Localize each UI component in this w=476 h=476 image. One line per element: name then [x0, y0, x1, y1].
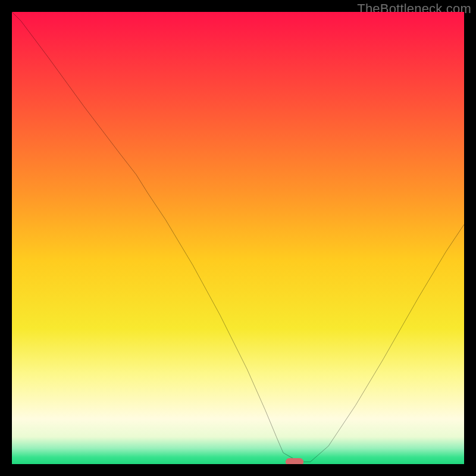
chart-frame: TheBottleneck.com: [0, 0, 476, 476]
optimal-marker: [286, 458, 303, 464]
plot-background: [12, 12, 464, 464]
bottleneck-chart: [12, 12, 464, 464]
